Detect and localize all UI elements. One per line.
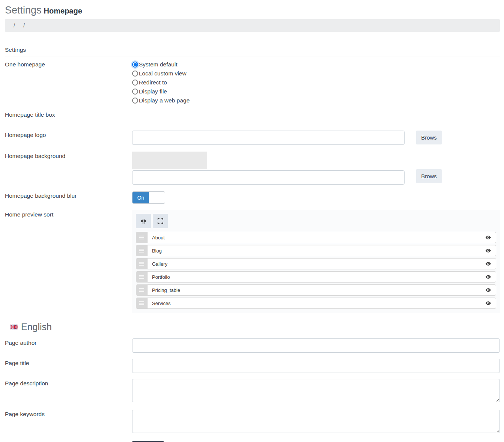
radio-option-label: System default <box>139 60 178 69</box>
radio-icon <box>132 98 138 104</box>
homepage-logo-label: Homepage logo <box>5 131 132 140</box>
sort-row[interactable]: Portfolio <box>136 271 496 283</box>
sort-item-label: Services <box>152 301 485 306</box>
sort-row[interactable]: Gallery <box>136 258 496 269</box>
toggle-on-state: On <box>132 192 149 203</box>
language-section-heading: English <box>5 322 500 332</box>
page-description-input[interactable] <box>132 379 500 402</box>
sort-row[interactable]: Services <box>136 298 496 309</box>
visibility-toggle-button[interactable] <box>485 261 491 266</box>
drag-handle-icon[interactable] <box>136 298 147 308</box>
radio-option[interactable]: Local custom view <box>132 69 500 78</box>
expand-icon <box>158 218 163 224</box>
breadcrumb-item[interactable] <box>19 23 29 29</box>
expand-all-button[interactable] <box>153 214 168 228</box>
one-homepage-radio-group: System default Local custom view Redirec… <box>132 60 500 105</box>
settings-section-heading: Settings <box>5 47 500 57</box>
eye-icon <box>485 301 491 306</box>
radio-icon <box>132 62 138 68</box>
sort-toolbar <box>136 214 496 228</box>
page-description-label: Page description <box>5 379 132 388</box>
page-author-label: Page author <box>5 338 132 347</box>
drag-handle-icon[interactable] <box>136 245 147 256</box>
eye-icon <box>485 235 491 240</box>
radio-icon <box>132 71 138 77</box>
home-preview-sort-panel: About Blog <box>132 210 500 313</box>
homepage-logo-row: Homepage logo Brows <box>5 131 500 145</box>
page-title: Settings <box>5 5 42 16</box>
homepage-background-preview <box>132 152 207 169</box>
page-author-input[interactable] <box>132 338 500 353</box>
eye-icon <box>485 287 491 293</box>
homepage-background-input[interactable] <box>132 170 405 185</box>
sort-item-label: About <box>152 235 485 241</box>
page-title-label: Page title <box>5 359 132 368</box>
radio-option-label: Redirect to <box>139 78 167 87</box>
sort-item-label: Gallery <box>152 261 485 267</box>
sort-item-label: Portfolio <box>152 274 485 280</box>
eye-icon <box>485 274 491 280</box>
page-title-input[interactable] <box>132 359 500 373</box>
page-subtitle: Homepage <box>44 7 82 15</box>
radio-option[interactable]: System default <box>132 60 500 69</box>
sort-item-label: Blog <box>152 248 485 254</box>
radio-option[interactable]: Redirect to <box>132 78 500 87</box>
page-keywords-label: Page keywords <box>5 410 132 419</box>
radio-icon <box>132 89 138 95</box>
radio-option[interactable]: Display a web page <box>132 96 500 105</box>
breadcrumb-item[interactable] <box>9 23 19 29</box>
page-keywords-input[interactable] <box>132 410 500 433</box>
compress-icon <box>141 218 146 224</box>
sort-row[interactable]: About <box>136 232 496 243</box>
sort-item-label: Pricing_table <box>152 287 485 293</box>
page-header: SettingsHomepage <box>5 0 500 19</box>
home-preview-sort-label: Home preview sort <box>5 210 132 219</box>
visibility-toggle-button[interactable] <box>485 274 491 280</box>
page-author-row: Page author <box>5 338 500 353</box>
page-description-row: Page description <box>5 379 500 404</box>
homepage-background-blur-label: Homepage background blur <box>5 191 132 200</box>
eye-icon <box>485 261 491 266</box>
home-preview-sort-row: Home preview sort <box>5 210 500 313</box>
homepage-logo-input[interactable] <box>132 131 405 145</box>
visibility-toggle-button[interactable] <box>485 287 491 293</box>
sort-list: About Blog <box>136 232 496 309</box>
radio-option-label: Display file <box>139 87 167 96</box>
collapse-all-button[interactable] <box>136 214 151 228</box>
sort-row[interactable]: Pricing_table <box>136 284 496 296</box>
drag-handle-icon[interactable] <box>136 259 147 269</box>
drag-handle-icon[interactable] <box>136 285 147 295</box>
drag-handle-icon[interactable] <box>136 272 147 282</box>
radio-option[interactable]: Display file <box>132 87 500 96</box>
homepage-logo-browse-button[interactable]: Brows <box>416 131 442 144</box>
drag-handle-icon[interactable] <box>136 232 147 243</box>
radio-option-label: Local custom view <box>139 69 187 78</box>
eye-icon <box>485 248 491 253</box>
homepage-background-label: Homepage background <box>5 152 132 161</box>
homepage-title-box-row: Homepage title box <box>5 110 500 119</box>
visibility-toggle-button[interactable] <box>485 301 491 306</box>
language-name: English <box>21 322 52 332</box>
visibility-toggle-button[interactable] <box>485 248 491 253</box>
homepage-background-browse-button[interactable]: Brows <box>416 169 442 183</box>
page-title-row: Page title <box>5 359 500 373</box>
homepage-background-blur-row: Homepage background blur On <box>5 191 500 204</box>
page-keywords-row: Page keywords <box>5 410 500 434</box>
sort-row[interactable]: Blog <box>136 245 496 256</box>
one-homepage-label: One homepage <box>5 60 132 69</box>
one-homepage-row: One homepage System default Local custom… <box>5 60 500 105</box>
breadcrumb <box>5 19 500 32</box>
visibility-toggle-button[interactable] <box>485 235 491 240</box>
homepage-title-box-label: Homepage title box <box>5 110 132 119</box>
radio-icon <box>132 80 138 86</box>
radio-option-label: Display a web page <box>139 96 190 105</box>
uk-flag-icon <box>11 325 18 329</box>
background-blur-toggle[interactable]: On <box>132 191 165 204</box>
homepage-background-row: Homepage background Brows <box>5 152 500 185</box>
